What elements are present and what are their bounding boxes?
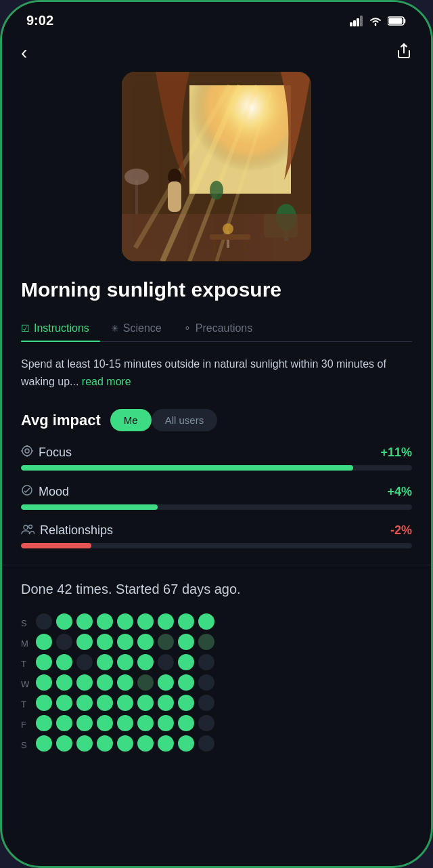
week-col-2 <box>76 613 93 753</box>
dot-w8-d4 <box>198 695 214 711</box>
mood-text: Mood <box>39 485 69 499</box>
dot-w1-d1 <box>56 634 72 650</box>
metric-mood-header: Mood +4% <box>21 484 412 499</box>
metric-relationships-header: Relationships -2% <box>21 523 412 538</box>
dot-w3-d1 <box>97 634 113 650</box>
dot-w6-d4 <box>158 695 174 711</box>
dot-w2-d0 <box>76 613 93 630</box>
day-t1: T <box>21 655 29 672</box>
svg-point-24 <box>223 223 233 234</box>
dot-w0-d3 <box>36 674 52 691</box>
tab-precautions-label: Precautions <box>196 322 253 334</box>
dot-w6-d2 <box>158 654 174 670</box>
tab-science[interactable]: ✳ Science <box>111 316 173 341</box>
mood-bar-fill <box>21 504 158 510</box>
dot-w5-d5 <box>137 715 154 731</box>
focus-bar-fill <box>21 465 353 471</box>
dot-w5-d2 <box>137 654 154 670</box>
dot-w2-d1 <box>76 634 93 650</box>
dot-w0-d5 <box>36 715 52 731</box>
dot-w5-d6 <box>137 735 154 752</box>
read-more-link[interactable]: read more <box>82 376 131 387</box>
dot-w4-d6 <box>117 735 133 752</box>
dot-w7-d5 <box>178 715 194 731</box>
dot-w5-d1 <box>137 634 154 650</box>
header-nav: ‹ <box>2 34 431 72</box>
toggle-group: Me All users <box>110 409 217 431</box>
mood-icon <box>21 484 33 499</box>
week-col-3 <box>97 613 113 753</box>
svg-point-36 <box>24 525 28 529</box>
wifi-icon <box>369 16 382 26</box>
focus-text: Focus <box>39 446 72 460</box>
calendar-heatmap: S M T W T F S <box>21 613 412 753</box>
dot-w0-d6 <box>36 735 52 752</box>
svg-rect-5 <box>389 18 403 24</box>
dot-w8-d2 <box>198 654 214 670</box>
hero-image-container <box>2 72 431 261</box>
metric-focus-header: Focus +11% <box>21 445 412 460</box>
relationships-value: -2% <box>390 523 412 538</box>
metric-relationships: Relationships -2% <box>21 523 412 548</box>
svg-rect-2 <box>357 18 359 26</box>
svg-point-29 <box>22 446 32 456</box>
dot-w7-d3 <box>178 674 194 691</box>
share-button[interactable] <box>396 43 412 63</box>
tab-science-label: Science <box>123 322 162 334</box>
instructions-icon: ☑ <box>21 323 30 334</box>
week-col-7 <box>178 613 194 753</box>
svg-rect-26 <box>213 240 216 253</box>
dot-w2-d5 <box>76 715 93 731</box>
svg-rect-0 <box>350 22 352 26</box>
week-col-8 <box>198 613 214 753</box>
dot-w7-d6 <box>178 735 194 752</box>
tabs-container: ☑ Instructions ✳ Science ⚬ Precautions <box>21 316 412 342</box>
content-area: Morning sunlight exposure ☑ Instructions… <box>2 261 431 548</box>
dot-w2-d3 <box>76 674 93 691</box>
svg-rect-11 <box>189 85 291 194</box>
dot-w2-d6 <box>76 735 93 752</box>
battery-icon <box>388 16 407 26</box>
toggle-all-button[interactable]: All users <box>152 409 218 431</box>
toggle-me-button[interactable]: Me <box>110 409 152 431</box>
back-button[interactable]: ‹ <box>21 42 27 64</box>
dot-w0-d0 <box>36 613 52 630</box>
dot-w6-d0 <box>158 613 174 630</box>
focus-bar-track <box>21 465 412 471</box>
weeks-grid <box>36 613 412 753</box>
signal-icon <box>350 16 363 26</box>
status-bar: 9:02 <box>2 2 431 34</box>
dot-w1-d5 <box>56 715 72 731</box>
dot-w6-d5 <box>158 715 174 731</box>
mood-bar-track <box>21 504 412 510</box>
scroll-content[interactable]: ‹ <box>2 34 431 866</box>
svg-point-19 <box>124 169 149 185</box>
day-m: M <box>21 635 29 651</box>
dot-w7-d2 <box>178 654 194 670</box>
stats-text: Done 42 times. Started 67 days ago. <box>21 582 412 597</box>
tab-instructions-label: Instructions <box>34 322 89 334</box>
dot-w0-d1 <box>36 634 52 650</box>
dot-w0-d4 <box>36 695 52 711</box>
mood-label: Mood <box>21 484 69 499</box>
tab-instructions[interactable]: ☑ Instructions <box>21 316 100 341</box>
week-col-4 <box>117 613 133 753</box>
svg-rect-1 <box>353 20 356 26</box>
avg-impact-section: Avg impact Me All users <box>21 409 412 548</box>
day-f: F <box>21 716 29 733</box>
stats-section: Done 42 times. Started 67 days ago. S M … <box>2 582 431 753</box>
day-w: W <box>21 676 29 692</box>
svg-rect-25 <box>210 234 250 240</box>
dot-w2-d4 <box>76 695 93 711</box>
dot-w3-d2 <box>97 654 113 670</box>
tab-precautions[interactable]: ⚬ Precautions <box>183 316 264 341</box>
status-time: 9:02 <box>26 13 53 28</box>
focus-icon <box>21 445 33 460</box>
dot-w4-d1 <box>117 634 133 650</box>
day-t2: T <box>21 696 29 712</box>
day-labels: S M T W T F S <box>21 613 29 753</box>
dot-w1-d6 <box>56 735 72 752</box>
dot-w4-d0 <box>117 613 133 630</box>
hero-image <box>122 72 311 261</box>
dot-w4-d2 <box>117 654 133 670</box>
